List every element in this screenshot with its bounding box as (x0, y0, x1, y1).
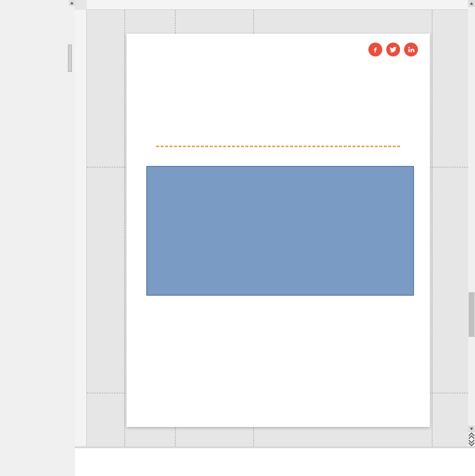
panel-splitter[interactable] (68, 45, 72, 72)
vertical-ruler (75, 10, 87, 446)
previous-slide-button[interactable] (468, 432, 475, 439)
facebook-icon[interactable] (368, 43, 382, 56)
picture-placeholder[interactable] (146, 166, 414, 296)
guide-line[interactable] (432, 10, 432, 446)
scroll-down-button[interactable] (468, 425, 475, 432)
scroll-thumb[interactable] (469, 292, 475, 337)
scroll-up-button[interactable] (468, 0, 475, 7)
next-slide-button[interactable] (468, 439, 475, 446)
notes-pane[interactable] (75, 446, 475, 476)
linkedin-icon[interactable] (404, 43, 418, 56)
thumb-scroll-up-button[interactable] (69, 0, 75, 6)
social-icons (368, 43, 418, 56)
slide-canvas[interactable] (87, 10, 468, 446)
twitter-icon[interactable] (386, 43, 400, 56)
slide-page[interactable] (126, 34, 430, 427)
guide-line[interactable] (124, 10, 125, 446)
editor-vertical-scrollbar[interactable] (468, 0, 475, 446)
slide-editor (75, 0, 475, 446)
horizontal-ruler (87, 0, 468, 10)
thumbnail-panel (0, 0, 75, 476)
title-divider (156, 146, 400, 147)
